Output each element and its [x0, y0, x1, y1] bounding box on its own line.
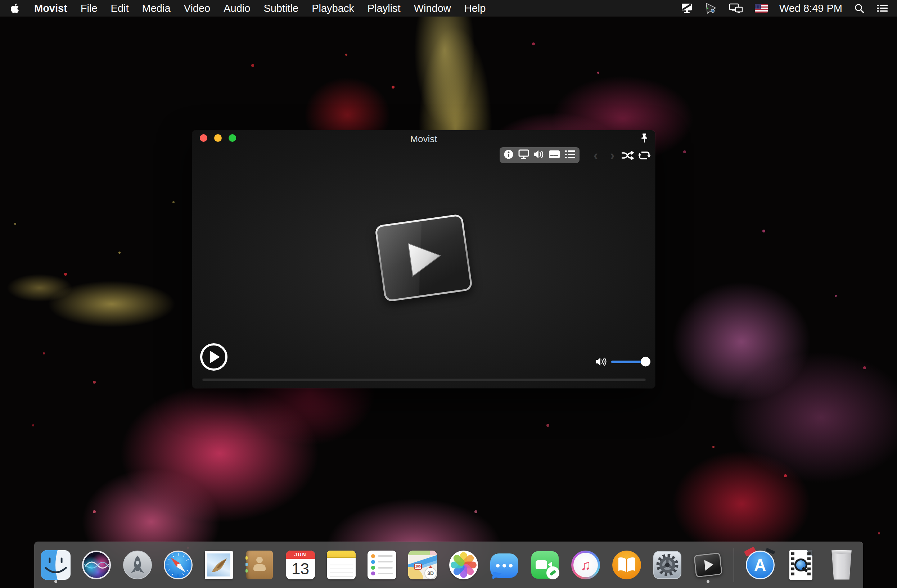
menu-audio[interactable]: Audio	[223, 3, 250, 14]
dock-app-store[interactable]: A	[745, 546, 775, 584]
notification-center-icon[interactable]	[876, 3, 888, 13]
dock-contacts[interactable]	[244, 546, 275, 584]
dock-ibooks[interactable]	[612, 546, 642, 584]
messages-icon	[490, 553, 518, 578]
calendar-month: JUN	[286, 551, 315, 559]
dock-mail[interactable]	[204, 546, 234, 584]
finder-icon	[41, 550, 70, 580]
ibooks-icon	[612, 551, 641, 579]
dock-photos[interactable]	[448, 546, 479, 584]
window-title: Movist	[192, 133, 655, 145]
launchpad-icon	[123, 551, 152, 579]
facetime-icon	[531, 551, 559, 579]
previous-button[interactable]: ‹	[590, 149, 601, 162]
info-button[interactable]	[503, 149, 514, 161]
audio-settings-button[interactable]	[533, 149, 545, 161]
two-displays-icon	[729, 3, 743, 14]
playlist-icon	[565, 149, 576, 159]
calendar-icon: JUN 13	[286, 551, 315, 579]
maps-route-shield: 280	[414, 564, 422, 570]
app-store-icon: A	[746, 551, 775, 579]
play-triangle-icon	[397, 233, 450, 283]
display-status-icon[interactable]	[681, 3, 693, 14]
apple-logo-icon	[10, 3, 20, 14]
dock-movist[interactable]	[693, 546, 723, 584]
dock-launchpad[interactable]	[122, 546, 153, 584]
menu-video[interactable]: Video	[184, 3, 211, 14]
play-beamer-icon	[704, 2, 717, 14]
system-preferences-icon	[653, 551, 681, 579]
speaker-icon	[595, 356, 607, 367]
menu-file[interactable]: File	[81, 3, 98, 14]
photos-icon	[449, 551, 478, 579]
pin-icon	[640, 133, 649, 144]
dock-messages[interactable]	[489, 546, 519, 584]
screen-mirroring-icon[interactable]	[729, 3, 743, 14]
apple-menu[interactable]	[9, 3, 21, 14]
app-store-letter: A	[754, 557, 766, 573]
movist-window: Movist	[192, 130, 655, 388]
dock-facetime[interactable]	[530, 546, 560, 584]
music-note-glyph: ♫	[580, 558, 591, 572]
window-toolbar	[500, 147, 580, 163]
volume-slider[interactable]	[611, 360, 646, 363]
volume-knob[interactable]	[641, 357, 651, 367]
trash-icon	[829, 550, 854, 580]
next-button[interactable]: ›	[607, 149, 618, 162]
reminders-icon	[367, 551, 396, 579]
dock-calendar[interactable]: JUN 13	[285, 546, 316, 584]
playlist-button[interactable]	[565, 149, 576, 161]
search-icon	[854, 3, 865, 14]
mail-icon	[205, 551, 233, 579]
dock-quicktime-file[interactable]	[786, 546, 816, 584]
dock-system-preferences[interactable]	[652, 546, 683, 584]
play-button[interactable]	[200, 343, 228, 371]
dock-notes[interactable]	[326, 546, 357, 584]
volume-icon	[533, 149, 545, 160]
movist-running-indicator	[707, 580, 709, 583]
dock-itunes[interactable]: ♫	[571, 546, 601, 584]
menu-bar-clock[interactable]: Wed 8:49 PM	[779, 3, 842, 14]
pin-button[interactable]	[640, 133, 649, 145]
menu-subtitle[interactable]: Subtitle	[263, 3, 298, 14]
dock-finder[interactable]	[41, 546, 71, 584]
info-icon	[503, 149, 514, 160]
display-settings-button[interactable]	[518, 149, 530, 161]
menu-app-movist[interactable]: Movist	[34, 3, 67, 14]
quicktime-file-icon	[789, 550, 813, 580]
dock-maps[interactable]: 280 3D	[407, 546, 438, 584]
dock-reminders[interactable]	[367, 546, 397, 584]
list-lines-icon	[876, 3, 888, 13]
contacts-icon	[246, 551, 273, 579]
media-player-status-icon[interactable]	[704, 2, 717, 14]
menu-playback[interactable]: Playback	[312, 3, 354, 14]
maps-3d-badge: 3D	[424, 567, 436, 579]
maps-icon: 280 3D	[408, 551, 437, 579]
display-banner-icon	[681, 3, 693, 14]
subtitle-settings-button[interactable]	[548, 149, 560, 161]
movist-dock-icon	[693, 552, 722, 577]
dock-safari[interactable]	[163, 546, 193, 584]
volume-control	[595, 356, 646, 367]
dock: JUN 13 280 3D	[34, 542, 863, 588]
repeat-icon	[638, 150, 651, 161]
safari-icon	[164, 551, 193, 579]
siri-icon	[82, 551, 111, 579]
dock-trash[interactable]	[827, 546, 857, 584]
menu-media[interactable]: Media	[142, 3, 171, 14]
menu-playlist[interactable]: Playlist	[367, 3, 401, 14]
repeat-button[interactable]	[638, 150, 651, 161]
shuffle-button[interactable]	[621, 150, 634, 161]
menu-window[interactable]: Window	[414, 3, 451, 14]
notes-icon	[327, 551, 356, 579]
spotlight-search-icon[interactable]	[854, 3, 865, 14]
menu-help[interactable]: Help	[464, 3, 486, 14]
input-source-us-flag[interactable]	[755, 4, 768, 12]
seek-bar[interactable]	[202, 378, 646, 381]
menu-edit[interactable]: Edit	[111, 3, 129, 14]
dock-separator	[733, 548, 734, 582]
shuffle-icon	[621, 150, 634, 161]
finder-running-indicator	[54, 580, 57, 583]
movist-logo	[374, 214, 473, 302]
dock-siri[interactable]	[81, 546, 112, 584]
